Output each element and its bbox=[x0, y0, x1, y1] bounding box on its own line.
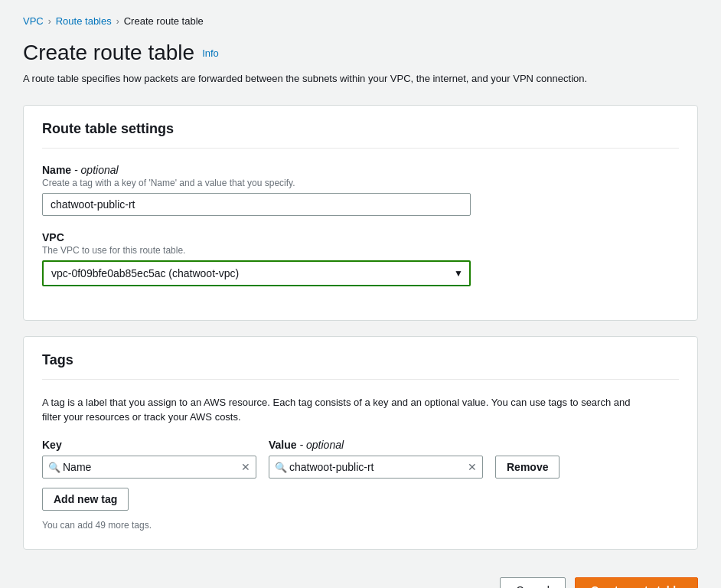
page-description: A route table specifies how packets are … bbox=[23, 71, 620, 87]
tag-value-wrapper: 🔍 ✕ bbox=[269, 456, 483, 479]
breadcrumb-vpc[interactable]: VPC bbox=[23, 15, 44, 27]
tag-key-clear-button[interactable]: ✕ bbox=[241, 462, 250, 472]
breadcrumb-sep-2: › bbox=[116, 16, 119, 27]
tags-limit-hint: You can add 49 more tags. bbox=[42, 520, 679, 531]
page-title-row: Create route table Info bbox=[23, 41, 698, 65]
vpc-hint: The VPC to use for this route table. bbox=[42, 245, 679, 256]
tag-value-clear-button[interactable]: ✕ bbox=[468, 462, 477, 472]
add-new-tag-button[interactable]: Add new tag bbox=[42, 488, 129, 511]
page-wrapper: VPC › Route tables › Create route table … bbox=[0, 0, 721, 588]
vpc-select-wrapper: vpc-0f09bfe0ab85ec5ac (chatwoot-vpc) ▼ bbox=[42, 260, 471, 286]
breadcrumb: VPC › Route tables › Create route table bbox=[23, 15, 698, 27]
tags-value-header: Value - optional bbox=[269, 439, 483, 451]
breadcrumb-current: Create route table bbox=[124, 15, 204, 27]
name-label: Name - optional bbox=[42, 164, 679, 176]
create-route-table-button[interactable]: Create route table bbox=[575, 577, 698, 589]
vpc-label: VPC bbox=[42, 231, 679, 243]
name-input[interactable] bbox=[42, 193, 471, 216]
info-link[interactable]: Info bbox=[202, 47, 219, 59]
tag-key-wrapper: 🔍 ✕ bbox=[42, 456, 256, 479]
name-hint: Create a tag with a key of 'Name' and a … bbox=[42, 178, 679, 188]
remove-tag-button[interactable]: Remove bbox=[495, 456, 560, 479]
route-table-settings-card: Route table settings Name - optional Cre… bbox=[23, 105, 698, 321]
route-table-settings-title: Route table settings bbox=[42, 121, 679, 149]
name-optional: - optional bbox=[74, 164, 119, 176]
breadcrumb-route-tables[interactable]: Route tables bbox=[56, 15, 112, 27]
name-form-group: Name - optional Create a tag with a key … bbox=[42, 164, 679, 216]
value-optional: - optional bbox=[299, 439, 344, 451]
tag-row: 🔍 ✕ 🔍 ✕ Remove bbox=[42, 456, 679, 479]
tags-card: Tags A tag is a label that you assign to… bbox=[23, 336, 698, 550]
footer-actions: Cancel Create route table bbox=[23, 565, 698, 589]
tags-key-header: Key bbox=[42, 439, 256, 451]
page-title: Create route table bbox=[23, 41, 194, 65]
search-icon-value: 🔍 bbox=[275, 461, 287, 472]
tag-value-input[interactable] bbox=[269, 456, 483, 479]
search-icon: 🔍 bbox=[48, 461, 60, 472]
vpc-select[interactable]: vpc-0f09bfe0ab85ec5ac (chatwoot-vpc) bbox=[42, 260, 471, 286]
tags-header-row: Key Value - optional bbox=[42, 439, 679, 451]
tags-description: A tag is a label that you assign to an A… bbox=[42, 395, 639, 425]
tags-title: Tags bbox=[42, 352, 679, 380]
tag-key-input[interactable] bbox=[42, 456, 256, 479]
cancel-button[interactable]: Cancel bbox=[500, 577, 566, 589]
breadcrumb-sep-1: › bbox=[48, 16, 51, 27]
vpc-form-group: VPC The VPC to use for this route table.… bbox=[42, 231, 679, 286]
